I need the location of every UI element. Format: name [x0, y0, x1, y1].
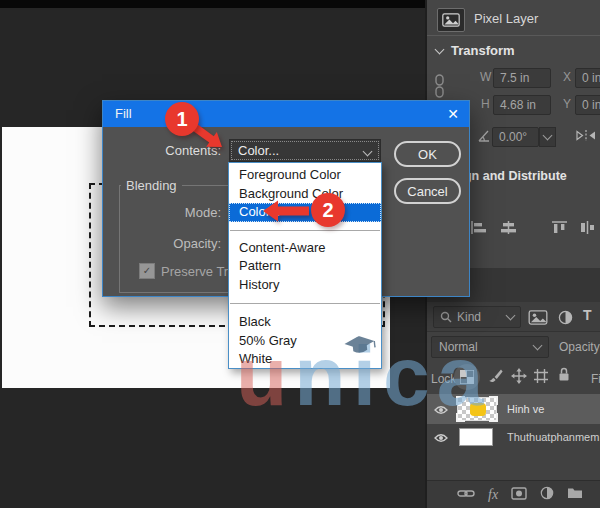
flip-horizontal-icon[interactable]	[575, 129, 597, 145]
menu-item-content-aware[interactable]: Content-Aware	[229, 239, 381, 258]
menu-item-background-color[interactable]: Background Color	[229, 185, 381, 204]
photoshop-window: Pixel Layer Transform W 7.5 in X 0 in H …	[0, 0, 600, 508]
layer-filter-search[interactable]: Kind	[433, 306, 521, 328]
lock-all-padlock-icon[interactable]	[558, 367, 570, 385]
step-1-badge: 1	[165, 102, 199, 136]
blend-mode-select[interactable]: Normal	[431, 336, 549, 358]
chevron-down-icon	[543, 131, 553, 141]
blend-mode-value: Normal	[439, 340, 534, 354]
layer-thumbnail[interactable]	[459, 428, 493, 446]
selection-corner	[489, 413, 498, 422]
contents-label: Contents:	[121, 143, 221, 158]
menu-item-color[interactable]: Color...	[229, 203, 381, 222]
filter-type-layers-icon[interactable]: T	[583, 307, 592, 323]
app-top-strip	[0, 0, 425, 8]
layer-row-thuthuatphanmem[interactable]: Thuthuatphanmem	[427, 424, 600, 450]
rotate-angle-dropdown[interactable]	[539, 127, 556, 147]
height-label: H	[481, 97, 490, 111]
search-icon	[440, 311, 452, 323]
y-label: Y	[563, 97, 571, 111]
height-field[interactable]: 4.68 in	[493, 95, 551, 115]
step-2-badge: 2	[311, 193, 345, 227]
layer-row-hinh-ve[interactable]: Hinh ve	[427, 394, 600, 424]
preserve-transparency-checkbox[interactable]: ✓	[139, 263, 155, 279]
menu-item-history[interactable]: History	[229, 276, 381, 295]
link-layers-icon[interactable]	[457, 488, 475, 502]
lock-transparent-pixels-button[interactable]	[454, 364, 480, 390]
align-left-edges-icon[interactable]	[470, 220, 487, 238]
y-field[interactable]: 0 in	[575, 95, 600, 115]
dialog-title: Fill	[115, 101, 132, 127]
transform-section-title: Transform	[451, 43, 515, 58]
layer-filter-label: Kind	[457, 310, 507, 324]
yellow-shape	[470, 403, 486, 416]
pixel-layer-icon	[437, 8, 465, 32]
layer-thumbnail[interactable]	[457, 397, 497, 421]
width-label: W	[480, 70, 491, 84]
visibility-eye-icon[interactable]	[434, 404, 448, 418]
opacity-label: Opacity	[559, 340, 600, 354]
ok-button[interactable]: OK	[394, 141, 461, 167]
lock-position-move-icon[interactable]	[510, 367, 528, 388]
dialog-titlebar[interactable]: Fill ✕	[103, 101, 469, 127]
close-icon[interactable]: ✕	[443, 104, 463, 124]
new-adjustment-layer-icon[interactable]	[540, 486, 554, 503]
chevron-down-icon	[533, 341, 543, 351]
mode-label: Mode:	[121, 205, 221, 220]
layer-name: Thuthuatphanmem	[507, 431, 599, 443]
menu-separator	[230, 230, 380, 231]
opacity-label: Opacity:	[121, 236, 221, 251]
selection-corner	[489, 396, 498, 405]
new-group-folder-icon[interactable]	[567, 487, 583, 502]
properties-header-label: Pixel Layer	[474, 2, 538, 35]
fill-label: Fill	[591, 372, 600, 386]
lock-artboard-icon[interactable]	[533, 368, 549, 387]
lock-image-pixels-brush-icon[interactable]	[487, 368, 503, 387]
selection-corner	[456, 396, 465, 405]
layers-panel: Kind T Normal Opacity Lock:	[425, 302, 600, 508]
cancel-button[interactable]: Cancel	[394, 178, 461, 204]
menu-item-50-gray[interactable]: 50% Gray	[229, 332, 381, 351]
chevron-down-icon	[363, 147, 373, 157]
blending-group-label: Blending	[121, 178, 182, 193]
chevron-down-icon	[506, 311, 516, 321]
layer-name: Hinh ve	[507, 403, 544, 415]
visibility-eye-icon[interactable]	[434, 432, 448, 446]
menu-item-pattern[interactable]: Pattern	[229, 257, 381, 276]
rotate-angle-icon	[477, 129, 490, 146]
transform-collapse-chevron-icon[interactable]	[435, 45, 445, 55]
contents-dropdown[interactable]: Color...	[229, 139, 381, 162]
rotate-angle-field[interactable]: 0.00°	[492, 127, 539, 147]
checkerboard-icon	[460, 370, 474, 384]
menu-separator	[230, 303, 380, 304]
x-label: X	[563, 70, 571, 84]
filter-pixel-layers-icon[interactable]	[528, 310, 548, 328]
distribute-top-icon[interactable]	[551, 220, 568, 238]
contents-dropdown-value: Color...	[238, 143, 279, 158]
menu-item-black[interactable]: Black	[229, 313, 381, 332]
layer-style-fx-icon[interactable]: fx	[488, 487, 498, 503]
menu-item-white[interactable]: White	[229, 350, 381, 369]
contents-dropdown-menu: Foreground Color Background Color Color.…	[228, 162, 382, 369]
menu-item-foreground-color[interactable]: Foreground Color	[229, 166, 381, 185]
constrain-proportions-link-icon[interactable]	[435, 74, 444, 101]
x-field[interactable]: 0 in	[575, 68, 600, 88]
width-field[interactable]: 7.5 in	[493, 68, 551, 88]
selection-corner	[456, 413, 465, 422]
properties-header-row: Pixel Layer	[427, 2, 600, 36]
filter-adjustment-layers-icon[interactable]	[558, 310, 573, 328]
align-center-icon[interactable]	[500, 220, 517, 238]
add-layer-mask-icon[interactable]	[511, 487, 527, 503]
layers-action-bar: fx	[427, 480, 600, 508]
distribute-center-icon[interactable]	[579, 220, 596, 238]
layers-filter-row: Kind T	[427, 302, 600, 332]
